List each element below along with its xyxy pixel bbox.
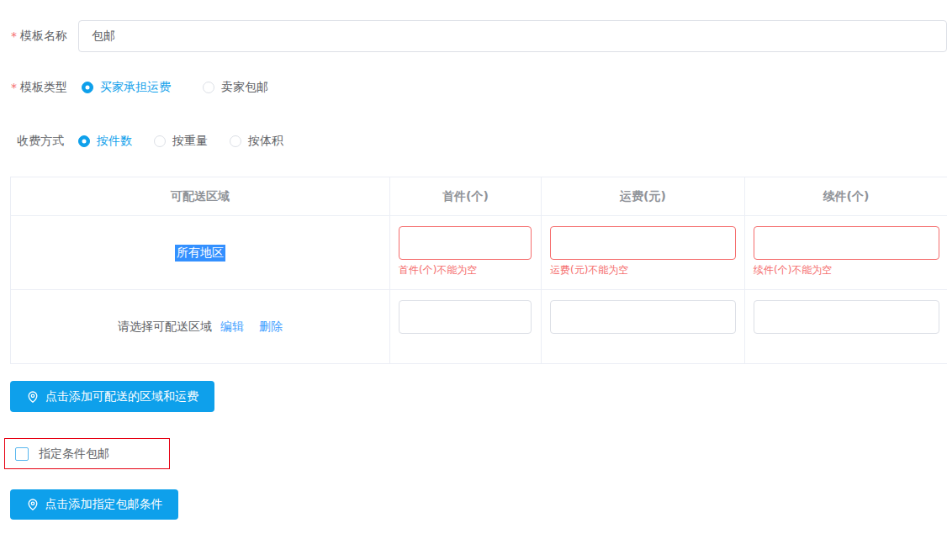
location-pin-icon <box>26 390 40 404</box>
first-piece-input[interactable] <box>399 300 532 334</box>
template-name-row: * 模板名称 <box>11 20 67 52</box>
checkbox-unchecked-icon[interactable] <box>15 447 29 461</box>
template-name-input[interactable] <box>78 20 947 52</box>
area-cell: 请选择可配送区域 编辑 删除 <box>11 290 390 364</box>
template-name-label: 模板名称 <box>20 29 67 44</box>
radio-selected-icon <box>78 135 90 147</box>
first-piece-cell: 首件(个)不能为空 <box>390 216 542 290</box>
radio-label: 买家承担运费 <box>100 80 171 95</box>
header-freight: 运费(元) <box>542 177 745 216</box>
next-piece-input[interactable] <box>754 226 939 260</box>
freight-cell <box>542 290 745 364</box>
header-deliverable-area: 可配送区域 <box>11 177 390 216</box>
header-first-piece: 首件(个) <box>390 177 542 216</box>
charge-method-label: 收费方式 <box>17 134 64 149</box>
first-piece-cell <box>390 290 542 364</box>
add-condition-button[interactable]: 点击添加指定包邮条件 <box>10 489 178 520</box>
template-type-row: * 模板类型 买家承担运费 卖家包邮 <box>11 79 268 96</box>
add-area-button-label: 点击添加可配送的区域和运费 <box>45 389 198 404</box>
radio-unselected-icon <box>203 82 214 93</box>
next-piece-error: 续件(个)不能为空 <box>754 264 832 276</box>
radio-label: 卖家包邮 <box>221 80 268 95</box>
choose-area-text: 请选择可配送区域 <box>118 320 212 335</box>
charge-method-row: 收费方式 按件数 按重量 按体积 <box>17 133 283 150</box>
conditional-free-shipping-box: 指定条件包邮 <box>4 438 170 469</box>
radio-unselected-icon <box>230 135 241 147</box>
header-next-piece: 续件(个) <box>745 177 947 216</box>
radio-buyer-pays-freight[interactable]: 买家承担运费 <box>82 80 171 95</box>
radio-selected-icon <box>82 82 93 93</box>
template-type-label: 模板类型 <box>20 80 67 95</box>
edit-link[interactable]: 编辑 <box>220 320 244 335</box>
radio-by-piece[interactable]: 按件数 <box>78 134 132 149</box>
radio-label: 按重量 <box>172 134 208 149</box>
freight-input[interactable] <box>550 226 736 260</box>
next-piece-input[interactable] <box>754 300 939 334</box>
table-row: 所有地区 首件(个)不能为空 运费(元)不能为空 续件(个)不能为空 <box>11 216 947 290</box>
area-cell: 所有地区 <box>11 216 390 290</box>
conditional-free-shipping-label: 指定条件包邮 <box>39 446 109 462</box>
radio-unselected-icon <box>154 135 166 147</box>
table-header-row: 可配送区域 首件(个) 运费(元) 续件(个) <box>11 177 947 216</box>
required-asterisk: * <box>11 29 17 43</box>
all-areas-selected-text[interactable]: 所有地区 <box>175 245 225 262</box>
first-piece-input[interactable] <box>399 226 532 260</box>
freight-error: 运费(元)不能为空 <box>550 264 628 276</box>
shipping-fee-table: 可配送区域 首件(个) 运费(元) 续件(个) 所有地区 首件(个)不能为空 运… <box>10 177 947 364</box>
delete-link[interactable]: 删除 <box>259 320 283 335</box>
add-area-button[interactable]: 点击添加可配送的区域和运费 <box>10 381 214 412</box>
required-asterisk: * <box>11 81 17 94</box>
shipping-template-form: * 模板名称 * 模板类型 买家承担运费 卖家包邮 收费方式 按件数 按重量 按… <box>0 0 947 560</box>
radio-by-weight[interactable]: 按重量 <box>154 134 208 149</box>
first-piece-error: 首件(个)不能为空 <box>399 264 477 276</box>
table-row: 请选择可配送区域 编辑 删除 <box>11 290 947 364</box>
radio-label: 按体积 <box>248 134 283 149</box>
freight-cell: 运费(元)不能为空 <box>542 216 745 290</box>
radio-label: 按件数 <box>97 134 132 149</box>
add-condition-button-label: 点击添加指定包邮条件 <box>45 497 163 512</box>
freight-input[interactable] <box>550 300 736 334</box>
next-piece-cell: 续件(个)不能为空 <box>745 216 947 290</box>
radio-seller-free-shipping[interactable]: 卖家包邮 <box>203 80 268 95</box>
location-pin-icon <box>26 498 40 511</box>
radio-by-volume[interactable]: 按体积 <box>230 134 283 149</box>
next-piece-cell <box>745 290 947 364</box>
